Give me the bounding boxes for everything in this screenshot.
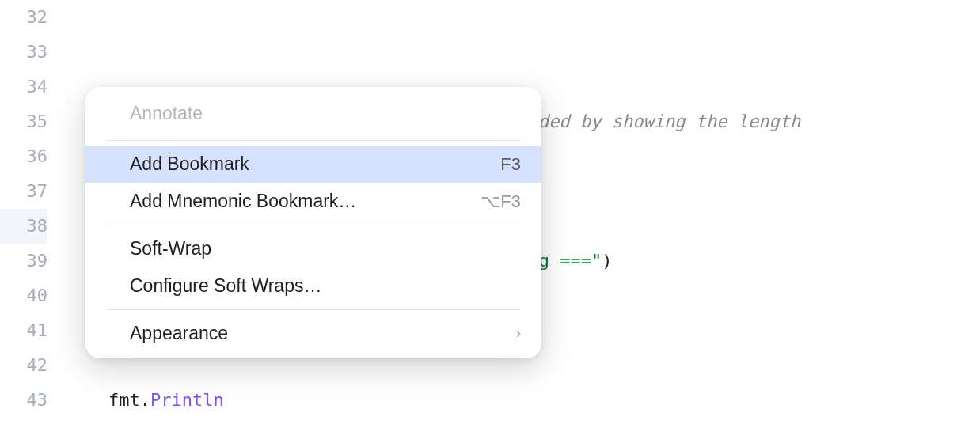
line-number: 35 bbox=[0, 104, 47, 139]
menu-separator bbox=[106, 225, 521, 225]
menu-item-shortcut: ⌥F3 bbox=[481, 191, 521, 212]
gutter-context-menu: Annotate Add Bookmark F3 Add Mnemonic Bo… bbox=[85, 87, 541, 358]
menu-item-label: Add Mnemonic Bookmark… bbox=[130, 191, 356, 212]
chevron-right-icon: › bbox=[516, 325, 521, 342]
line-number: 34 bbox=[0, 70, 47, 104]
menu-item-label: Add Bookmark bbox=[130, 153, 249, 175]
menu-item-shortcut: F3 bbox=[500, 154, 521, 175]
code-editor: 32 33 34 35 36 37 38 39 40 41 42 43 // D… bbox=[0, 0, 980, 424]
menu-separator bbox=[106, 309, 521, 310]
menu-item-configure-soft-wraps[interactable]: Configure Soft Wraps… bbox=[85, 267, 541, 305]
menu-item-add-mnemonic-bookmark[interactable]: Add Mnemonic Bookmark… ⌥F3 bbox=[85, 183, 541, 220]
menu-item-label: Configure Soft Wraps… bbox=[130, 275, 321, 297]
line-number: 42 bbox=[0, 348, 47, 383]
menu-item-annotate: Annotate bbox=[85, 93, 541, 135]
menu-item-soft-wrap[interactable]: Soft-Wrap bbox=[85, 230, 541, 267]
menu-item-appearance[interactable]: Appearance › bbox=[85, 315, 541, 352]
line-number: 32 bbox=[0, 0, 47, 35]
code-line: fmt.Println bbox=[66, 383, 980, 418]
menu-item-add-bookmark[interactable]: Add Bookmark F3 bbox=[85, 146, 541, 183]
indent bbox=[66, 383, 108, 418]
menu-separator bbox=[106, 140, 521, 141]
func-call: Println bbox=[150, 383, 224, 418]
line-number: 33 bbox=[0, 35, 47, 70]
menu-item-label: Soft-Wrap bbox=[130, 238, 211, 259]
line-number: 43 bbox=[0, 383, 47, 418]
package-ref: fmt bbox=[108, 383, 140, 418]
line-number: 37 bbox=[0, 174, 47, 209]
line-number: 39 bbox=[0, 244, 47, 278]
dot: . bbox=[140, 383, 150, 418]
line-number-gutter[interactable]: 32 33 34 35 36 37 38 39 40 41 42 43 bbox=[0, 0, 66, 424]
paren-close: ) bbox=[602, 244, 612, 278]
line-number: 38 bbox=[0, 209, 47, 244]
line-number: 40 bbox=[0, 278, 47, 313]
menu-item-label: Appearance bbox=[130, 323, 228, 344]
line-number: 36 bbox=[0, 139, 47, 174]
line-number: 41 bbox=[0, 313, 47, 348]
